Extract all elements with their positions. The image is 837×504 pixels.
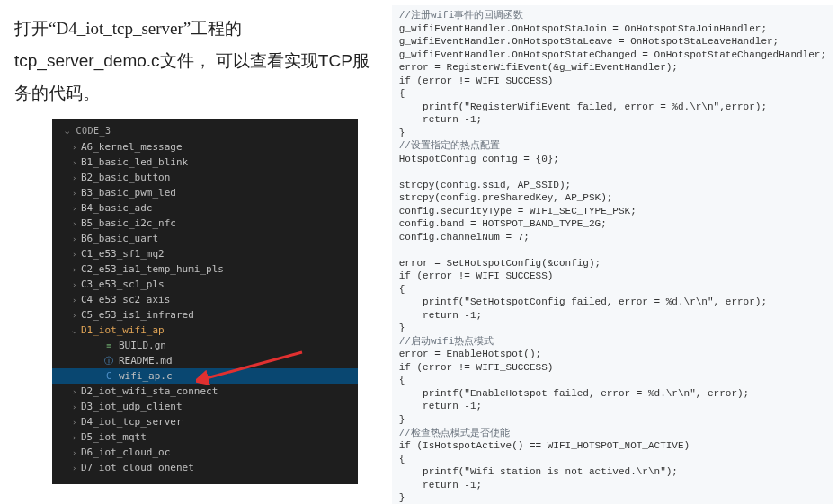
chevron-right-icon: › (72, 387, 79, 396)
tree-item[interactable]: ⓘREADME.md (52, 353, 358, 368)
chevron-right-icon: › (72, 402, 79, 411)
tree-item-label: A6_kernel_message (81, 141, 183, 153)
code-line: //检查热点模式是否使能 (399, 427, 826, 440)
code-line: return -1; (399, 400, 826, 413)
tree-item[interactable]: ›D2_iot_wifi_sta_connect (52, 384, 358, 399)
tree-item-label: B1_basic_led_blink (81, 156, 188, 168)
tree-item[interactable]: ›A6_kernel_message (52, 139, 358, 155)
tree-item[interactable]: ≡BUILD.gn (52, 338, 358, 353)
tree-header[interactable]: ⌵ CODE_3 (52, 124, 358, 139)
code-line: if (error != WIFI_SUCCESS) (399, 361, 826, 375)
tree-item[interactable]: Cwifi_ap.c (52, 368, 358, 384)
tree-body: ›A6_kernel_message›B1_basic_led_blink›B2… (52, 139, 358, 475)
code-line: { (399, 453, 826, 466)
tree-item[interactable]: ›D3_iot_udp_client (52, 399, 358, 414)
tree-item[interactable]: ›D4_iot_tcp_server (52, 414, 358, 429)
build-icon: ≡ (102, 340, 115, 350)
instruction-p1: 打开 (14, 19, 49, 38)
chevron-right-icon: › (72, 464, 79, 473)
tree-item-label: BUILD.gn (119, 340, 166, 351)
code-line: return -1; (399, 479, 826, 492)
code-line: //注册wifi事件的回调函数 (399, 9, 826, 22)
chevron-right-icon: › (72, 280, 79, 289)
tree-item[interactable]: ›C3_e53_sc1_pls (52, 277, 358, 292)
tree-item-label: D7_iot_cloud_onenet (81, 462, 194, 473)
tree-item-label: C2_e53_ia1_temp_humi_pls (81, 263, 224, 275)
tree-item[interactable]: ›B5_basic_i2c_nfc (52, 216, 358, 231)
tree-item-label: wifi_ap.c (119, 370, 173, 382)
instruction-text: 打开“D4_iot_tcp_server”工程的tcp_server_demo.… (14, 13, 376, 110)
code-line: } (399, 491, 826, 504)
chevron-right-icon: › (72, 265, 79, 274)
tree-item-label: README.md (119, 355, 173, 367)
tree-item[interactable]: ›D6_iot_cloud_oc (52, 445, 358, 460)
chevron-right-icon: › (72, 433, 79, 442)
chevron-right-icon: › (72, 311, 79, 320)
code-line: error = EnableHotspot(); (399, 348, 826, 361)
tree-item[interactable]: ›C2_e53_ia1_temp_humi_pls (52, 261, 358, 277)
code-line: //启动wifi热点模式 (399, 335, 826, 349)
code-line: strcpy(config.ssid, AP_SSID); (399, 179, 826, 192)
code-line: printf("RegisterWifiEvent failed, error … (399, 101, 826, 114)
code-line: config.channelNum = 7; (399, 231, 826, 244)
tree-item-label: D5_iot_mqtt (81, 431, 147, 443)
code-line: printf("EnableHotspot failed, error = %d… (399, 387, 826, 401)
tree-item-label: B3_basic_pwm_led (81, 187, 176, 199)
chevron-down-icon: ⌵ (65, 127, 70, 136)
chevron-right-icon: › (72, 158, 79, 167)
code-line: { (399, 87, 826, 101)
code-line: config.securityType = WIFI_SEC_TYPE_PSK; (399, 205, 826, 218)
code-block: //注册wifi事件的回调函数g_wifiEventHandler.OnHots… (392, 5, 833, 504)
tree-item-label: D2_iot_wifi_sta_connect (81, 385, 218, 397)
chevron-right-icon: › (72, 418, 79, 427)
readme-icon: ⓘ (102, 355, 115, 367)
code-line: { (399, 374, 826, 387)
tree-item-label: D6_iot_cloud_oc (81, 447, 170, 458)
code-line: g_wifiEventHandler.OnHotspotStaLeave = O… (399, 35, 826, 49)
chevron-right-icon: › (72, 219, 79, 228)
tree-item[interactable]: ›B2_basic_button (52, 170, 358, 185)
code-line (399, 243, 826, 257)
code-line: } (399, 322, 826, 335)
chevron-right-icon: › (72, 189, 79, 198)
code-line: if (IsHotspotActive() == WIFI_HOTSPOT_NO… (399, 439, 826, 453)
tree-item-label: D4_iot_tcp_server (81, 416, 183, 428)
tree-item-label: B2_basic_button (81, 172, 170, 183)
tree-item-label: C1_e53_sf1_mq2 (81, 248, 165, 260)
code-line: g_wifiEventHandler.OnHotspotStateChanged… (399, 49, 826, 62)
tree-item[interactable]: ⌵D1_iot_wifi_ap (52, 323, 358, 338)
tree-item-label: C3_e53_sc1_pls (81, 279, 165, 290)
tree-item-label: C5_e53_is1_infrared (81, 309, 194, 321)
tree-item[interactable]: ›B4_basic_adc (52, 200, 358, 216)
chevron-right-icon: › (72, 204, 79, 213)
code-line: printf("SetHotspotConfig failed, error =… (399, 296, 826, 309)
code-line: return -1; (399, 309, 826, 323)
tree-item-label: B4_basic_adc (81, 202, 152, 214)
tree-item[interactable]: ›C5_e53_is1_infrared (52, 307, 358, 323)
code-line: if (error != WIFI_SUCCESS) (399, 75, 826, 88)
right-column: //注册wifi事件的回调函数g_wifiEventHandler.OnHots… (385, 0, 837, 504)
code-line: g_wifiEventHandler.OnHotspotStaJoin = On… (399, 22, 826, 36)
left-column: 打开“D4_iot_tcp_server”工程的tcp_server_demo.… (0, 0, 385, 504)
tree-item[interactable]: ›B3_basic_pwm_led (52, 185, 358, 200)
tree-item[interactable]: ›B6_basic_uart (52, 231, 358, 246)
code-line: config.band = HOTSPOT_BAND_TYPE_2G; (399, 217, 826, 231)
chevron-right-icon: › (72, 448, 79, 457)
tree-item[interactable]: ›C1_e53_sf1_mq2 (52, 246, 358, 261)
tree-item[interactable]: ›C4_e53_sc2_axis (52, 292, 358, 307)
chevron-down-icon: ⌵ (72, 326, 79, 335)
tree-item[interactable]: ›D7_iot_cloud_onenet (52, 460, 358, 475)
chevron-right-icon: › (72, 173, 79, 182)
tree-item-label: C4_e53_sc2_axis (81, 294, 170, 305)
code-line: error = RegisterWifiEvent(&g_wifiEventHa… (399, 61, 826, 75)
code-line: } (399, 127, 826, 140)
tree-item[interactable]: ›D5_iot_mqtt (52, 429, 358, 445)
code-line (399, 165, 826, 179)
tree-item[interactable]: ›B1_basic_led_blink (52, 155, 358, 170)
chevron-right-icon: › (72, 296, 79, 305)
tree-item-label: B5_basic_i2c_nfc (81, 217, 176, 229)
code-line: if (error != WIFI_SUCCESS) (399, 270, 826, 283)
tree-root-label: CODE_3 (76, 126, 111, 136)
chevron-right-icon: › (72, 143, 79, 152)
code-line: //设置指定的热点配置 (399, 139, 826, 153)
